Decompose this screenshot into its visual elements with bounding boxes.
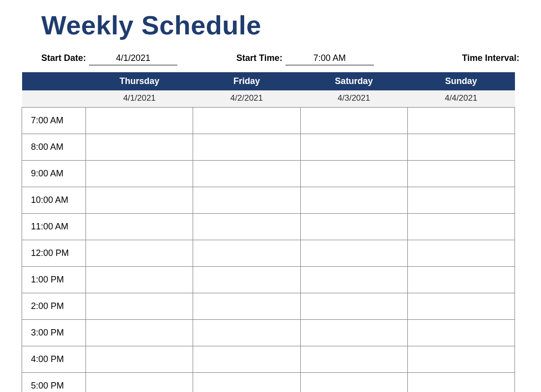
date-header-row: 4/1/2021 4/2/2021 4/3/2021 4/4/2021 [22,90,515,108]
time-label: 1:00 PM [22,266,86,293]
time-label: 12:00 PM [22,240,86,266]
schedule-row: 9:00 AM [22,160,515,187]
schedule-cell[interactable] [193,319,300,346]
schedule-cell[interactable] [407,346,514,372]
schedule-cell[interactable] [193,107,300,134]
day-header: Saturday [300,72,407,90]
schedule-cell[interactable] [407,266,514,293]
start-date-label: Start Date: [41,53,89,63]
schedule-cell[interactable] [300,107,407,134]
schedule-cell[interactable] [193,372,300,392]
time-label: 7:00 AM [22,107,86,134]
schedule-cell[interactable] [193,293,300,319]
start-time-field: Start Time: 7:00 AM [236,53,374,65]
schedule-cell[interactable] [86,293,193,319]
schedule-cell[interactable] [193,266,300,293]
schedule-cell[interactable] [300,266,407,293]
schedule-cell[interactable] [300,213,407,240]
schedule-cell[interactable] [86,372,193,392]
time-label: 8:00 AM [22,134,86,160]
schedule-cell[interactable] [407,213,514,240]
schedule-row: 3:00 PM [22,319,515,346]
schedule-cell[interactable] [300,372,407,392]
schedule-cell[interactable] [86,346,193,372]
schedule-cell[interactable] [407,293,514,319]
schedule-body: 7:00 AM 8:00 AM 9:00 AM 10 [22,107,515,392]
page-title: Weekly Schedule [41,10,519,40]
schedule-cell[interactable] [193,213,300,240]
schedule-cell[interactable] [86,319,193,346]
time-label: 2:00 PM [22,293,86,319]
schedule-cell[interactable] [86,240,193,266]
schedule-cell[interactable] [300,293,407,319]
weekly-schedule-table: Thursday Friday Saturday Sunday 4/1/2021… [22,72,515,392]
schedule-cell[interactable] [407,107,514,134]
schedule-cell[interactable] [300,134,407,160]
schedule-cell[interactable] [300,240,407,266]
schedule-cell[interactable] [86,160,193,187]
time-label: 5:00 PM [22,372,86,392]
schedule-cell[interactable] [193,187,300,213]
schedule-row: 2:00 PM [22,293,515,319]
day-header-blank [22,72,86,90]
schedule-cell[interactable] [86,213,193,240]
start-time-value[interactable]: 7:00 AM [285,53,374,65]
schedule-row: 10:00 AM [22,187,515,213]
schedule-cell[interactable] [407,134,514,160]
time-label: 11:00 AM [22,213,86,240]
schedule-row: 8:00 AM [22,134,515,160]
date-header-blank [22,90,86,108]
day-header-row: Thursday Friday Saturday Sunday [22,72,515,90]
schedule-cell[interactable] [300,346,407,372]
date-header: 4/1/2021 [86,90,193,108]
schedule-row: 11:00 AM [22,213,515,240]
schedule-cell[interactable] [193,134,300,160]
schedule-cell[interactable] [407,187,514,213]
schedule-row: 4:00 PM [22,346,515,372]
schedule-cell[interactable] [300,319,407,346]
schedule-row: 5:00 PM [22,372,515,392]
schedule-cell[interactable] [407,372,514,392]
start-date-field: Start Date: 4/1/2021 [41,53,177,65]
time-label: 3:00 PM [22,319,86,346]
schedule-cell[interactable] [300,187,407,213]
day-header: Sunday [407,72,514,90]
schedule-cell[interactable] [407,319,514,346]
date-header: 4/3/2021 [300,90,407,108]
schedule-cell[interactable] [193,160,300,187]
schedule-meta-row: Start Date: 4/1/2021 Start Time: 7:00 AM… [41,53,519,65]
schedule-cell[interactable] [86,134,193,160]
schedule-cell[interactable] [86,107,193,134]
schedule-cell[interactable] [86,187,193,213]
date-header: 4/2/2021 [193,90,300,108]
schedule-cell[interactable] [193,346,300,372]
day-header: Thursday [86,72,193,90]
schedule-cell[interactable] [300,160,407,187]
time-label: 10:00 AM [22,187,86,213]
schedule-cell[interactable] [86,266,193,293]
schedule-row: 12:00 PM [22,240,515,266]
start-time-label: Start Time: [236,53,285,63]
schedule-cell[interactable] [407,160,514,187]
start-date-value[interactable]: 4/1/2021 [89,53,177,65]
time-label: 9:00 AM [22,160,86,187]
schedule-cell[interactable] [407,240,514,266]
schedule-cell[interactable] [193,240,300,266]
date-header: 4/4/2021 [407,90,514,108]
schedule-row: 1:00 PM [22,266,515,293]
day-header: Friday [193,72,300,90]
time-interval-label: Time Interval: [462,53,519,63]
schedule-row: 7:00 AM [22,107,515,134]
time-label: 4:00 PM [22,346,86,372]
